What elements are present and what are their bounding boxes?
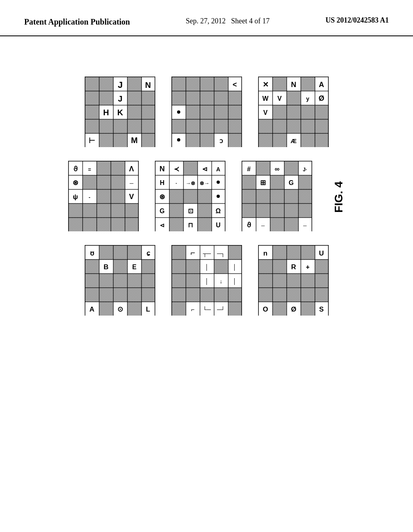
svg-rect-127 — [111, 161, 125, 175]
svg-rect-210 — [284, 161, 298, 175]
puzzle-svg-2-2: N ≺ ⊲ A H · →⊗ — [155, 161, 225, 231]
svg-rect-223 — [284, 189, 298, 204]
svg-rect-219 — [298, 175, 312, 189]
svg-text:U: U — [319, 249, 323, 257]
svg-rect-110 — [301, 119, 315, 133]
svg-rect-264 — [127, 288, 142, 302]
svg-text:S: S — [319, 305, 323, 313]
svg-rect-341 — [315, 288, 328, 302]
svg-rect-220 — [242, 189, 256, 204]
svg-rect-117 — [315, 133, 328, 147]
svg-rect-333 — [273, 274, 287, 288]
svg-text:V: V — [129, 193, 133, 201]
svg-rect-86 — [273, 77, 287, 91]
grid-2-1: ϑ = Λ ⊛ ─ — [68, 161, 139, 233]
svg-point-184 — [217, 195, 220, 198]
svg-text:⊓: ⊓ — [188, 222, 193, 229]
svg-rect-60 — [214, 91, 228, 105]
puzzle-svg-1-3: ✕ N A W V y Ø — [258, 77, 329, 147]
svg-rect-147 — [97, 204, 111, 218]
svg-rect-72 — [228, 119, 242, 133]
svg-text:R: R — [291, 263, 296, 271]
svg-point-177 — [217, 181, 220, 184]
svg-text:V: V — [263, 109, 267, 116]
svg-rect-265 — [142, 288, 155, 302]
svg-rect-325 — [259, 260, 273, 274]
puzzle-svg-2-3: # ∞ J· ⊞ G — [242, 161, 312, 231]
svg-text:O: O — [263, 305, 268, 313]
svg-rect-226 — [256, 204, 270, 218]
svg-rect-287 — [186, 260, 200, 274]
svg-text:H: H — [103, 108, 108, 117]
svg-text:⊞: ⊞ — [260, 179, 266, 187]
svg-rect-23 — [99, 91, 113, 105]
svg-rect-261 — [85, 288, 99, 302]
svg-rect-332 — [259, 274, 273, 288]
svg-rect-207 — [256, 161, 270, 175]
svg-rect-149 — [125, 204, 138, 218]
svg-rect-245 — [113, 245, 127, 260]
svg-rect-145 — [69, 204, 83, 218]
svg-text:∞: ∞ — [274, 165, 279, 173]
svg-text:⌐: ⌐ — [191, 306, 194, 313]
svg-text:⊛: ⊛ — [159, 193, 165, 201]
svg-rect-229 — [298, 204, 312, 218]
svg-rect-103 — [273, 105, 287, 119]
svg-text:⊗→: ⊗→ — [200, 180, 209, 186]
svg-rect-59 — [200, 91, 214, 105]
puzzle-svg-3-1: ʊ ɕ B E — [85, 245, 155, 316]
svg-text:V: V — [277, 95, 282, 102]
svg-text:⊡: ⊡ — [188, 208, 193, 214]
svg-rect-142 — [111, 189, 125, 204]
svg-text:G: G — [159, 208, 164, 214]
svg-text:─: ─ — [302, 223, 307, 229]
svg-text:✕: ✕ — [262, 81, 268, 89]
svg-text:└─: └─ — [203, 306, 211, 313]
svg-point-63 — [177, 110, 180, 114]
svg-text:J: J — [118, 94, 122, 103]
svg-rect-113 — [273, 133, 287, 147]
svg-text:Ø: Ø — [318, 94, 324, 102]
svg-rect-57 — [172, 91, 186, 105]
grid-row-3: ʊ ɕ B E — [85, 245, 329, 317]
main-content: J N J H — [0, 36, 413, 333]
svg-rect-39 — [142, 119, 155, 133]
svg-rect-75 — [186, 133, 200, 147]
svg-text:N: N — [145, 81, 150, 89]
svg-rect-258 — [113, 274, 127, 288]
svg-rect-36 — [99, 119, 113, 133]
svg-text:<: < — [232, 81, 237, 89]
svg-rect-331 — [315, 260, 328, 274]
svg-rect-58 — [186, 91, 200, 105]
puzzle-svg-3-2: ⌐ ┬─ ─┐ │ │ — [171, 245, 242, 316]
svg-rect-42 — [99, 133, 113, 147]
svg-text:A: A — [216, 166, 220, 172]
svg-text:→⊗: →⊗ — [186, 180, 195, 186]
svg-rect-43 — [113, 133, 127, 147]
svg-rect-303 — [200, 288, 214, 302]
svg-text:M: M — [131, 136, 138, 145]
svg-rect-256 — [85, 274, 99, 288]
svg-rect-132 — [83, 175, 97, 189]
svg-text:J: J — [117, 80, 122, 90]
svg-rect-148 — [111, 204, 125, 218]
svg-text:E: E — [132, 264, 136, 270]
svg-rect-286 — [172, 260, 186, 274]
svg-rect-61 — [228, 91, 242, 105]
svg-rect-213 — [242, 175, 256, 189]
svg-text:ϑ: ϑ — [73, 165, 77, 173]
svg-rect-71 — [214, 119, 228, 133]
svg-rect-34 — [142, 105, 155, 119]
svg-rect-322 — [301, 245, 315, 260]
svg-rect-69 — [186, 119, 200, 133]
svg-text:·: · — [175, 181, 177, 186]
svg-text:B: B — [103, 263, 108, 271]
svg-rect-133 — [97, 175, 111, 189]
svg-rect-249 — [85, 260, 99, 274]
svg-text:H: H — [160, 179, 165, 186]
svg-rect-65 — [200, 105, 214, 119]
svg-text:ψ: ψ — [73, 193, 78, 201]
svg-text:=: = — [88, 166, 91, 172]
svg-text:⊲: ⊲ — [160, 222, 165, 229]
svg-rect-187 — [169, 204, 184, 218]
